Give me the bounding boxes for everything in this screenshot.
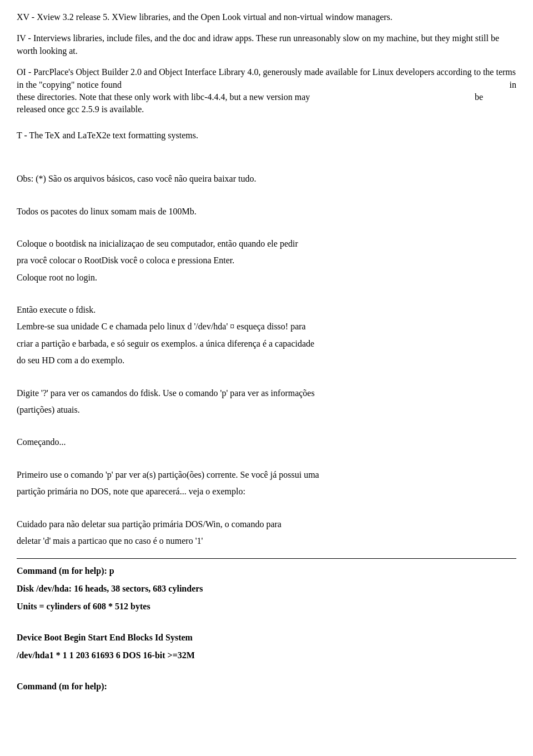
- command-line6: /dev/hda1 * 1 1 203 61693 6 DOS 16-bit >…: [17, 649, 516, 662]
- todos-text: Todos os pacotes do linux somam mais de …: [17, 206, 516, 218]
- cuidado-line1: Cuidado para não deletar sua partição pr…: [17, 518, 516, 530]
- iv-paragraph: IV - Interviews libraries, include files…: [17, 32, 516, 57]
- lembre-line2: criar a partição e barbada, e só seguir …: [17, 338, 516, 350]
- t-text: T - The TeX and LaTeX2e text formatting …: [17, 129, 516, 142]
- primeiro-paragraph: Primeiro use o comando 'p' par ver a(s) …: [17, 469, 516, 498]
- xv-text: XV - Xview 3.2 release 5. XView librarie…: [17, 11, 516, 23]
- primeiro-line1: Primeiro use o comando 'p' par ver a(s) …: [17, 469, 516, 481]
- command-line8: Command (m for help):: [17, 680, 516, 693]
- command-line1: Command (m for help): p: [17, 564, 516, 578]
- digite-line2: (partições) atuais.: [17, 404, 516, 416]
- obs-paragraph: Obs: (*) São os arquivos básicos, caso v…: [17, 173, 516, 185]
- xv-paragraph: XV - Xview 3.2 release 5. XView librarie…: [17, 11, 516, 23]
- main-content: XV - Xview 3.2 release 5. XView librarie…: [17, 11, 516, 693]
- oi-text: OI - ParcPlace's Object Builder 2.0 and …: [17, 66, 516, 116]
- command-section: Command (m for help): p Disk /dev/hda: 1…: [17, 564, 516, 693]
- cuidado-paragraph: Cuidado para não deletar sua partição pr…: [17, 518, 516, 548]
- command-line3: Units = cylinders of 608 * 512 bytes: [17, 600, 516, 613]
- coloque-line2: pra você colocar o RootDisk você o coloc…: [17, 254, 516, 267]
- command-line2: Disk /dev/hda: 16 heads, 38 sectors, 683…: [17, 582, 516, 595]
- t-paragraph: T - The TeX and LaTeX2e text formatting …: [17, 129, 516, 142]
- obs-text: Obs: (*) São os arquivos básicos, caso v…: [17, 173, 516, 185]
- comecando-text: Começando...: [17, 436, 516, 448]
- coloque-line1: Coloque o bootdisk na inicializaçao de s…: [17, 238, 516, 250]
- todos-paragraph: Todos os pacotes do linux somam mais de …: [17, 206, 516, 218]
- oi-paragraph: OI - ParcPlace's Object Builder 2.0 and …: [17, 66, 516, 121]
- lembre-line1: Lembre-se sua unidade C e chamada pelo l…: [17, 321, 516, 333]
- lembre-line3: do seu HD com a do exemplo.: [17, 354, 516, 367]
- digite-line1: Digite '?' para ver os camandos do fdisk…: [17, 387, 516, 399]
- horizontal-divider: [17, 558, 516, 559]
- comecando-paragraph: Começando...: [17, 436, 516, 448]
- coloque-line3: Coloque root no login.: [17, 272, 516, 284]
- iv-text: IV - Interviews libraries, include files…: [17, 32, 516, 57]
- coloque-paragraph: Coloque o bootdisk na inicializaçao de s…: [17, 238, 516, 284]
- digite-paragraph: Digite '?' para ver os camandos do fdisk…: [17, 387, 516, 417]
- entao-text: Então execute o fdisk.: [17, 304, 516, 316]
- cuidado-line2: deletar 'd' mais a particao que no caso …: [17, 535, 516, 547]
- primeiro-line2: partição primária no DOS, note que apare…: [17, 485, 516, 498]
- command-line5: Device Boot Begin Start End Blocks Id Sy…: [17, 631, 516, 644]
- entao-paragraph: Então execute o fdisk. Lembre-se sua uni…: [17, 304, 516, 367]
